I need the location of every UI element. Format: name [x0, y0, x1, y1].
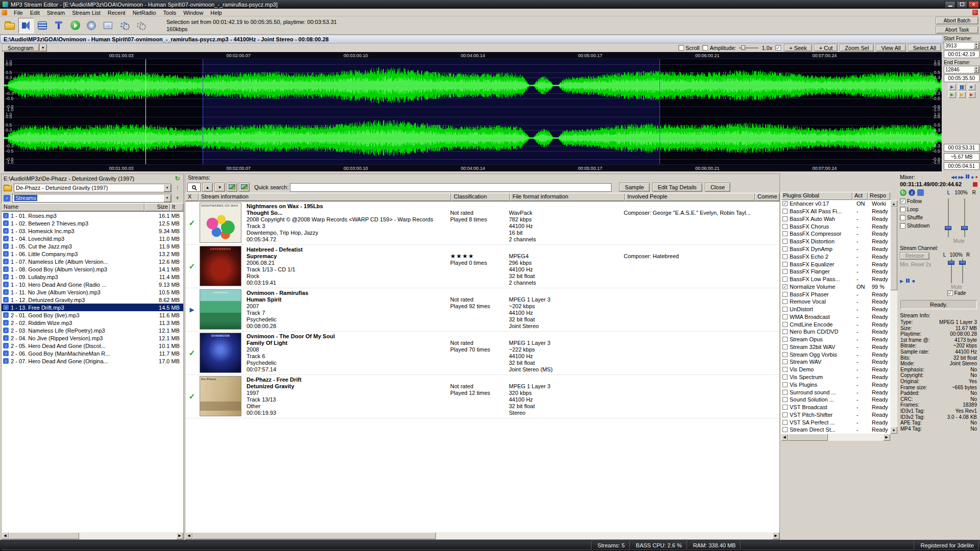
scroll-up-icon[interactable]: ▲ [890, 200, 897, 207]
plugin-checkbox[interactable] [782, 307, 788, 312]
play-red-icon[interactable]: ▶ [968, 91, 975, 98]
move-down-button[interactable]: ▼ [214, 183, 225, 192]
encode-button[interactable]: → [100, 18, 115, 33]
chevron-down-icon[interactable]: ▼ [163, 194, 171, 202]
file-row[interactable]: ♪1 - 13. Free Drift.mp314.5 MB [2, 304, 183, 311]
plugin-row[interactable]: BassFX Phaser-Ready [781, 290, 890, 298]
scrollbar-thumb[interactable] [9, 532, 79, 539]
quick-search-input[interactable] [290, 183, 611, 192]
plugin-row[interactable]: WMA Broadcast-Ready [781, 313, 890, 320]
play-green-button[interactable] [67, 18, 83, 33]
plugin-row[interactable]: BassFX Flanger-Ready [781, 268, 890, 276]
slider-thumb[interactable] [948, 261, 954, 265]
abort-batch-button[interactable]: Abort Batch [936, 17, 978, 24]
plugin-row[interactable]: BassFX Echo 2-Ready [781, 253, 890, 260]
previous-icon[interactable]: ◀◀ [951, 175, 956, 180]
file-row[interactable]: ♪2 - 06. Good Boy (ManMachineMan R...11.… [2, 349, 183, 357]
column-header-size[interactable]: Size [144, 203, 170, 211]
scroll-right-icon[interactable]: ▶ [772, 532, 779, 539]
scrollbar-thumb[interactable] [192, 532, 436, 539]
scrollbar-thumb[interactable] [890, 207, 897, 290]
shutdown-checkbox[interactable] [900, 223, 905, 229]
sonogram-dropdown-button[interactable]: ▼ [39, 44, 47, 52]
next-icon[interactable]: ▶▶ [958, 175, 963, 180]
plugin-checkbox[interactable] [782, 352, 788, 357]
end-frame-spinbox[interactable]: 12846 ▲▼ [944, 66, 979, 73]
plugin-checkbox[interactable] [782, 390, 788, 395]
menu-item-edit[interactable]: Edit [27, 9, 43, 16]
file-row[interactable]: ♪2 - 05. Hero Dead And Gone (Discot...10… [2, 342, 183, 349]
file-row[interactable]: ♪1 - 03. Homesick Inc.mp39.34 MB [2, 227, 183, 235]
plugin-checkbox[interactable]: ✓ [782, 201, 788, 206]
file-row[interactable]: ♪1 - 08. Good Boy (Album Version).mp314.… [2, 265, 183, 273]
plugin-row[interactable]: Vis Demo-Ready [781, 366, 890, 373]
plugin-row[interactable]: BassFX Equalizer-Ready [781, 260, 890, 268]
wave-button-cut[interactable]: + Cut [814, 44, 838, 52]
plugin-checkbox[interactable] [782, 412, 788, 417]
amplitude-checkbox[interactable] [702, 45, 708, 51]
playlist-icon[interactable] [917, 189, 924, 196]
record-indicator-icon[interactable] [972, 10, 978, 15]
file-row[interactable]: ♪1 - 10. Hero Dead And Gone (Radio ...9.… [2, 281, 183, 288]
gears-button[interactable] [116, 18, 132, 33]
scrollbar-track[interactable] [9, 532, 176, 539]
volume-slider-right[interactable] [961, 197, 969, 238]
plugin-row[interactable]: BassFX Chorus-Ready [781, 222, 890, 230]
go-up-icon[interactable]: ↑ [174, 184, 181, 191]
file-row[interactable]: ♪1 - 09. Lullaby.mp311.4 MB [2, 273, 183, 281]
plugin-checkbox[interactable] [782, 337, 788, 342]
start-frame-spinbox[interactable]: 3913 ▲▼ [944, 42, 979, 49]
plugins-hscrollbar[interactable]: ◀ ▶ [781, 434, 890, 441]
stream-row[interactable]: ✓OVNIMOONOvnimoon - The Door Of My SoulF… [185, 332, 779, 375]
plugin-row[interactable]: Vis Spectrum-Ready [781, 373, 890, 381]
waveform-left-channel[interactable]: 1.01.00.80.80.50.50.30.3-0.3-0.3-0.5-0.5… [4, 59, 942, 112]
plugin-checkbox[interactable] [782, 292, 788, 297]
channel-pause-icon[interactable] [906, 279, 910, 284]
repeat-icon[interactable]: ↻ [900, 189, 906, 196]
menu-item-netradio[interactable]: NetRadio [129, 9, 160, 16]
plugin-checkbox[interactable] [782, 374, 788, 380]
plugin-row[interactable]: Vis Plugins-Ready [781, 381, 890, 388]
plugin-checkbox[interactable] [782, 254, 788, 259]
plugin-row[interactable]: BassFX DynAmp-Ready [781, 245, 890, 253]
move-up-button[interactable]: ▲ [202, 183, 213, 192]
view-details-button[interactable] [239, 183, 250, 192]
scroll-right-icon[interactable]: ▶ [176, 532, 183, 539]
close-button[interactable]: ✕ [968, 1, 979, 8]
file-row[interactable]: ♪1 - 05. Cut the Jazz.mp311.9 MB [2, 242, 183, 250]
waveform-right-channel[interactable]: 1.01.00.80.80.50.50.30.3-0.3-0.3-0.5-0.5… [4, 112, 942, 164]
folder-combo[interactable]: De-Phazz - Detunized Gravity (1997) ▼ [14, 184, 172, 192]
plugin-checkbox[interactable] [782, 239, 788, 244]
file-row[interactable]: ♪1 - 02. Between 2 Thieves.mp312.5 MB [2, 219, 183, 227]
menu-item-recent[interactable]: Recent [104, 9, 129, 16]
plugin-row[interactable]: Stream Direct St...-Ready [781, 426, 890, 434]
scrollbar-track[interactable] [192, 532, 772, 539]
slider-thumb[interactable] [961, 226, 968, 230]
pause-icon[interactable] [958, 84, 966, 90]
add-icon[interactable]: + [174, 194, 181, 202]
plugin-checkbox[interactable] [782, 269, 788, 274]
plugin-row[interactable]: CmdLine Encode-Ready [781, 320, 890, 328]
column-header-file-format-information[interactable]: File format information [510, 193, 625, 201]
plugin-checkbox[interactable] [782, 382, 788, 387]
plugin-checkbox[interactable] [782, 246, 788, 252]
plugin-row[interactable]: Surround sound ...-Ready [781, 388, 890, 396]
wave-button-view-all[interactable]: View All [876, 44, 905, 52]
amplitude-slider[interactable] [739, 45, 758, 51]
abort-task-button[interactable]: Abort Task [936, 26, 978, 34]
audio-jack-button[interactable] [51, 18, 66, 33]
scroll-right-icon[interactable]: ▶ [883, 434, 890, 441]
waveform-canvas-right[interactable] [4, 112, 942, 164]
search-box[interactable] [187, 183, 201, 192]
plugin-row[interactable]: VST SA Perfect ...-Ready [781, 418, 890, 426]
scroll-checkbox[interactable] [678, 45, 684, 51]
speaker-button[interactable] [18, 18, 34, 33]
stop-icon[interactable]: ■ [971, 175, 973, 180]
plugin-checkbox[interactable] [782, 299, 788, 304]
scroll-left-icon[interactable]: ◀ [2, 532, 9, 539]
plugin-checkbox[interactable]: ✓ [782, 284, 788, 289]
volume-slider-left[interactable] [944, 197, 952, 238]
maximize-button[interactable] [957, 1, 967, 8]
plugin-row[interactable]: Nero Burn CD/DVD-Ready [781, 328, 890, 336]
plugin-checkbox[interactable] [782, 367, 788, 372]
